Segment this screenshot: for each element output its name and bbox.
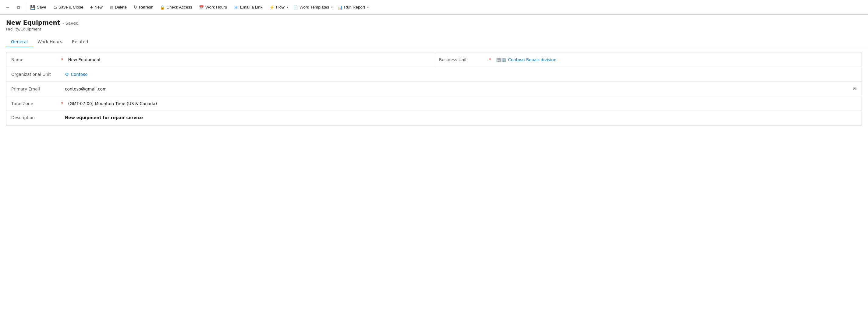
window-button[interactable] xyxy=(14,3,23,12)
tab-work-hours[interactable]: Work Hours xyxy=(33,37,67,47)
run-report-button[interactable]: Run Report ▾ xyxy=(335,3,370,11)
run-report-label: Run Report xyxy=(344,5,365,9)
new-icon xyxy=(90,5,93,10)
page-subtitle: Facility/Equipment xyxy=(6,27,862,31)
form-card: Name * New Equipment Business Unit * 🏢 C… xyxy=(6,52,862,126)
form-left-timezone: Time Zone * (GMT-07:00) Mountain Time (U… xyxy=(6,96,862,111)
new-label: New xyxy=(94,5,103,9)
refresh-icon xyxy=(133,4,137,10)
work-hours-button[interactable]: Work Hours xyxy=(196,3,230,11)
form-left-name: Name * New Equipment xyxy=(6,52,434,67)
tab-related[interactable]: Related xyxy=(67,37,93,47)
tab-general[interactable]: General xyxy=(6,37,33,47)
form-left-description: Description New equipment for repair ser… xyxy=(6,111,862,125)
name-value: New Equipment xyxy=(68,57,429,62)
form-row-description: Description New equipment for repair ser… xyxy=(6,111,862,125)
org-unit-label: Organizational Unit xyxy=(11,72,60,77)
back-icon xyxy=(5,5,10,10)
work-hours-label: Work Hours xyxy=(205,5,227,9)
time-zone-value: (GMT-07:00) Mountain Time (US & Canada) xyxy=(68,101,857,106)
run-report-chevron-icon: ▾ xyxy=(367,5,369,9)
check-access-label: Check Access xyxy=(166,5,192,9)
flow-icon xyxy=(269,5,275,10)
business-unit-label: Business Unit xyxy=(439,57,488,62)
email-link-icon xyxy=(234,5,239,10)
org-unit-icon: ⚙ xyxy=(65,71,69,77)
new-button[interactable]: New xyxy=(87,3,106,12)
primary-email-label: Primary Email xyxy=(11,87,60,91)
business-unit-icon: 🏢 xyxy=(496,57,506,62)
org-unit-value[interactable]: ⚙ Contoso xyxy=(65,71,857,77)
name-required: * xyxy=(61,57,63,62)
save-close-button[interactable]: Save & Close xyxy=(50,3,87,11)
flow-label: Flow xyxy=(276,5,285,9)
work-hours-icon xyxy=(199,5,204,10)
divider-1 xyxy=(25,3,25,11)
email-compose-button[interactable]: ✉ xyxy=(853,86,857,92)
email-link-button[interactable]: Email a Link xyxy=(230,3,266,11)
flow-button[interactable]: Flow ▾ xyxy=(266,3,290,11)
delete-label: Delete xyxy=(115,5,127,9)
save-label: Save xyxy=(37,5,46,9)
time-zone-required: * xyxy=(61,101,63,106)
toolbar: Save Save & Close New Delete Refresh Che… xyxy=(0,0,868,14)
description-label: Description xyxy=(11,115,60,120)
business-unit-required: * xyxy=(489,57,491,62)
description-value: New equipment for repair service xyxy=(65,115,857,120)
email-compose-icon: ✉ xyxy=(853,86,857,91)
save-button[interactable]: Save xyxy=(27,3,49,11)
form-right-businessunit: Business Unit * 🏢 Contoso Repair divisio… xyxy=(434,52,862,67)
save-close-label: Save & Close xyxy=(59,5,84,9)
refresh-button[interactable]: Refresh xyxy=(130,2,156,12)
window-icon xyxy=(17,5,20,10)
primary-email-value: contoso@gmail.com xyxy=(65,87,850,91)
business-unit-value[interactable]: 🏢 Contoso Repair division xyxy=(496,57,857,62)
page-header: New Equipment - Saved Facility/Equipment xyxy=(0,14,868,31)
email-link-label: Email a Link xyxy=(240,5,262,9)
word-templates-button[interactable]: Word Templates ▾ xyxy=(290,3,334,11)
form-row-timezone: Time Zone * (GMT-07:00) Mountain Time (U… xyxy=(6,96,862,111)
form-row-org: Organizational Unit ⚙ Contoso xyxy=(6,67,862,82)
form-left-org: Organizational Unit ⚙ Contoso xyxy=(6,67,862,81)
save-icon xyxy=(30,5,35,10)
check-access-button[interactable]: Check Access xyxy=(157,3,195,11)
time-zone-label: Time Zone xyxy=(11,101,60,106)
name-label: Name xyxy=(11,57,60,62)
run-report-icon xyxy=(338,5,342,10)
check-access-icon xyxy=(160,5,165,10)
word-templates-icon xyxy=(293,5,298,10)
flow-chevron-icon: ▾ xyxy=(287,5,288,9)
refresh-label: Refresh xyxy=(139,5,153,9)
word-templates-label: Word Templates xyxy=(300,5,329,9)
page-title: New Equipment xyxy=(6,19,60,26)
saved-indicator: - Saved xyxy=(62,21,79,26)
tabs: General Work Hours Related xyxy=(0,33,868,47)
delete-icon xyxy=(110,5,113,10)
form-row-email: Primary Email contoso@gmail.com ✉ xyxy=(6,82,862,96)
form-area: Name * New Equipment Business Unit * 🏢 C… xyxy=(0,47,868,131)
delete-button[interactable]: Delete xyxy=(106,3,130,11)
save-close-icon xyxy=(53,5,57,10)
word-templates-chevron-icon: ▾ xyxy=(331,5,333,9)
form-left-email: Primary Email contoso@gmail.com ✉ xyxy=(6,82,862,96)
back-button[interactable] xyxy=(2,3,13,11)
form-row-name: Name * New Equipment Business Unit * 🏢 C… xyxy=(6,52,862,67)
